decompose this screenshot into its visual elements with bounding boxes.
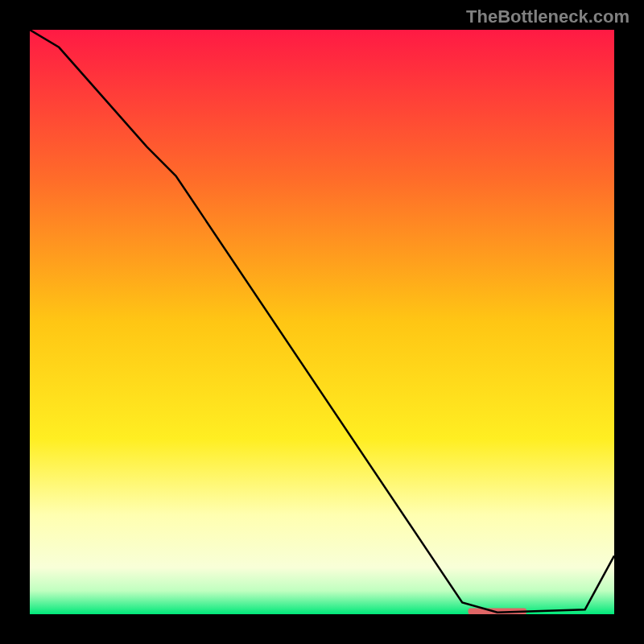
chart-svg bbox=[30, 30, 614, 614]
watermark-text: TheBottleneck.com bbox=[466, 6, 630, 27]
chart-background bbox=[30, 30, 614, 614]
chart-plot-area bbox=[30, 30, 614, 614]
